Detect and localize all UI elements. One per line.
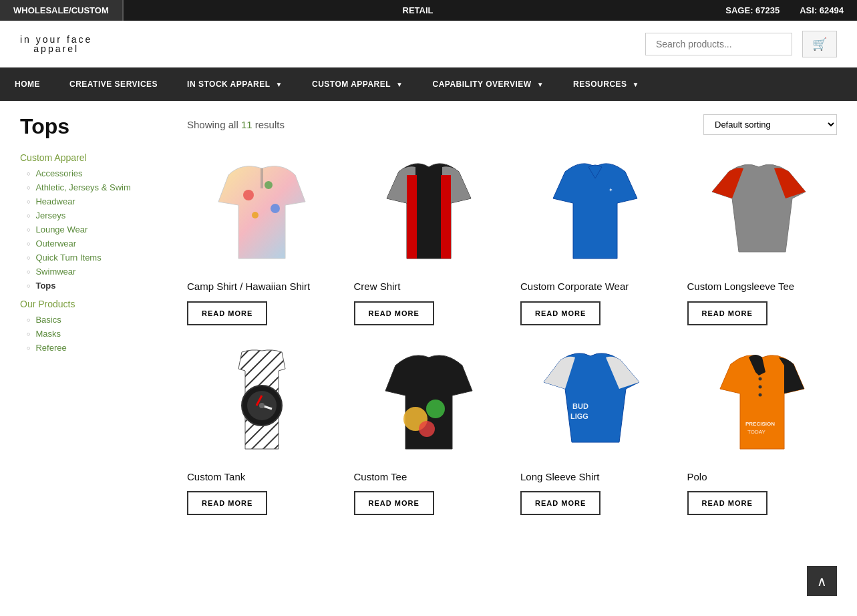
nav-item-capability[interactable]: CAPABILITY OVERVIEW ▼ <box>418 67 559 101</box>
read-more-crew[interactable]: READ MORE <box>354 301 434 325</box>
product-image-corporate[interactable]: ✦ <box>520 152 671 272</box>
read-more-tank[interactable]: READ MORE <box>187 491 267 515</box>
nav-label-custom-apparel: CUSTOM APPAREL <box>312 80 391 89</box>
site-logo[interactable]: in your face apparel <box>20 35 92 53</box>
svg-point-1 <box>265 181 273 189</box>
logo-main-text: in your face <box>20 35 92 44</box>
top-bar: WHOLESALE/CUSTOM RETAIL SAGE: 67235 ASI:… <box>0 0 857 21</box>
product-card-corporate: ✦ Custom Corporate Wear READ MORE <box>520 152 671 325</box>
sidebar-item-our-products[interactable]: Our Products <box>20 299 167 309</box>
sidebar-item-swimwear[interactable]: Swimwear <box>27 267 167 277</box>
product-image-longsleeve[interactable] <box>687 152 838 272</box>
svg-text:LIGG: LIGG <box>570 412 588 420</box>
product-name-tank: Custom Tank <box>187 470 337 484</box>
sort-select[interactable]: Default sorting Sort by popularity Sort … <box>703 114 837 135</box>
sidebar-item-outerwear[interactable]: Outerwear <box>27 239 167 249</box>
product-name-longsleeve: Custom Longsleeve Tee <box>687 280 838 293</box>
product-name-polo: Polo <box>687 470 838 484</box>
read-more-longsleeve[interactable]: READ MORE <box>687 301 767 325</box>
svg-point-12 <box>259 403 265 408</box>
read-more-polo[interactable]: READ MORE <box>687 491 767 515</box>
asi-code: ASI: 62494 <box>800 5 844 15</box>
main-content: Showing all 11 results Default sorting S… <box>187 114 837 515</box>
sidebar-item-custom-apparel[interactable]: Custom Apparel <box>20 152 167 163</box>
product-image-hawaiian[interactable] <box>187 152 337 272</box>
read-more-tee[interactable]: READ MORE <box>354 491 434 515</box>
svg-point-0 <box>243 190 254 200</box>
main-nav: HOME CREATIVE SERVICES IN STOCK APPAREL … <box>0 67 857 101</box>
svg-text:TODAY: TODAY <box>747 429 765 435</box>
svg-point-2 <box>271 204 280 213</box>
svg-point-19 <box>758 385 761 388</box>
product-name-longshirt: Long Sleeve Shirt <box>520 470 671 484</box>
nav-label-in-stock: IN STOCK APPAREL <box>187 80 270 89</box>
retail-label[interactable]: RETAIL <box>124 0 713 21</box>
nav-item-custom-apparel[interactable]: CUSTOM APPAREL ▼ <box>297 67 418 101</box>
nav-label-capability: CAPABILITY OVERVIEW <box>433 80 532 89</box>
sidebar-item-jerseys[interactable]: Jerseys <box>27 210 167 220</box>
custom-apparel-arrow-icon: ▼ <box>396 81 403 88</box>
product-name-hawaiian: Camp Shirt / Hawaiian Shirt <box>187 280 337 293</box>
sidebar-item-lounge[interactable]: Lounge Wear <box>27 224 167 235</box>
sidebar-item-athletic[interactable]: Athletic, Jerseys & Swim <box>27 182 167 192</box>
results-count-link[interactable]: 11 <box>241 119 252 130</box>
product-card-polo: PRECISION TODAY Polo READ MORE <box>687 342 838 516</box>
svg-point-3 <box>252 212 259 218</box>
svg-text:PRECISION: PRECISION <box>745 421 775 427</box>
nav-item-in-stock[interactable]: IN STOCK APPAREL ▼ <box>172 67 297 101</box>
top-bar-codes: SAGE: 67235 ASI: 62494 <box>712 0 857 21</box>
product-card-hawaiian: Camp Shirt / Hawaiian Shirt READ MORE <box>187 152 337 325</box>
product-card-longshirt: BUD LIGG Long Sleeve Shirt READ MORE <box>520 342 671 516</box>
sage-code: SAGE: 67235 <box>725 5 780 15</box>
sidebar-item-referee[interactable]: Referee <box>27 343 167 353</box>
sidebar-item-accessories[interactable]: Accessories <box>27 168 167 178</box>
product-card-crew: Crew Shirt READ MORE <box>354 152 504 325</box>
nav-item-resources[interactable]: RESOURCES ▼ <box>558 67 654 101</box>
resources-arrow-icon: ▼ <box>633 81 639 88</box>
sidebar-item-tops[interactable]: Tops <box>27 281 167 291</box>
product-card-longsleeve: Custom Longsleeve Tee READ MORE <box>687 152 838 325</box>
results-count-text: Showing all 11 results <box>187 119 285 130</box>
nav-item-creative-services[interactable]: CREATIVE SERVICES <box>55 67 172 101</box>
sidebar-item-quick-turn[interactable]: Quick Turn Items <box>27 253 167 263</box>
svg-point-14 <box>426 400 445 418</box>
product-image-tank[interactable] <box>187 342 337 462</box>
nav-label-resources: RESOURCES <box>573 80 627 89</box>
page-content: Tops Custom Apparel Accessories Athletic… <box>0 101 857 528</box>
cart-button[interactable]: 🛒 <box>802 31 837 57</box>
search-input[interactable] <box>645 33 792 55</box>
product-card-tank: Custom Tank READ MORE <box>187 342 337 516</box>
sidebar-item-masks[interactable]: Masks <box>27 329 167 339</box>
nav-label-home: HOME <box>15 80 40 89</box>
sidebar-sublist-our-products: Basics Masks Referee <box>27 315 167 353</box>
svg-rect-5 <box>441 175 451 259</box>
product-image-polo[interactable]: PRECISION TODAY <box>687 342 838 462</box>
wholesale-label[interactable]: WHOLESALE/CUSTOM <box>0 0 124 21</box>
capability-arrow-icon: ▼ <box>537 81 544 88</box>
read-more-corporate[interactable]: READ MORE <box>520 301 601 325</box>
svg-point-20 <box>758 393 761 396</box>
sidebar-item-basics[interactable]: Basics <box>27 315 167 325</box>
product-name-tee: Custom Tee <box>354 470 504 484</box>
sidebar: Tops Custom Apparel Accessories Athletic… <box>20 114 167 515</box>
in-stock-arrow-icon: ▼ <box>276 81 283 88</box>
svg-text:BUD: BUD <box>572 402 588 410</box>
product-name-corporate: Custom Corporate Wear <box>520 280 671 293</box>
product-image-crew[interactable] <box>354 152 504 272</box>
read-more-hawaiian[interactable]: READ MORE <box>187 301 267 325</box>
svg-point-15 <box>419 421 435 437</box>
product-card-tee: Custom Tee READ MORE <box>354 342 504 516</box>
read-more-longshirt[interactable]: READ MORE <box>520 491 601 515</box>
nav-label-creative-services: CREATIVE SERVICES <box>69 80 158 89</box>
nav-item-home[interactable]: HOME <box>0 67 55 101</box>
svg-text:✦: ✦ <box>609 187 613 193</box>
page-title: Tops <box>20 114 167 139</box>
product-grid: Camp Shirt / Hawaiian Shirt READ MORE Cr… <box>187 152 837 515</box>
svg-point-18 <box>758 377 761 380</box>
logo-sub-text: apparel <box>20 44 92 53</box>
product-name-crew: Crew Shirt <box>354 280 504 293</box>
product-image-tee[interactable] <box>354 342 504 462</box>
product-image-longshirt[interactable]: BUD LIGG <box>520 342 671 462</box>
sidebar-item-headwear[interactable]: Headwear <box>27 196 167 206</box>
svg-rect-4 <box>407 175 417 259</box>
